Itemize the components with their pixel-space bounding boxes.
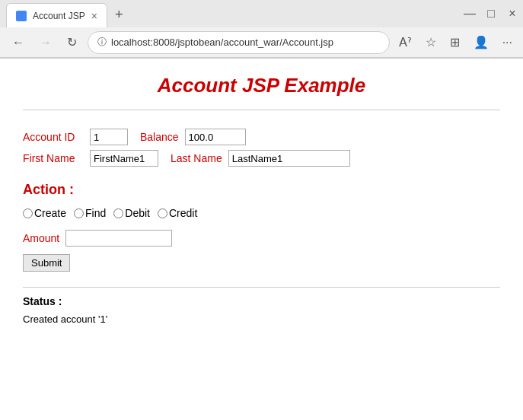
lastname-input[interactable] <box>228 150 350 167</box>
forward-button[interactable]: → <box>35 33 56 52</box>
action-section: Action : Create Find Debit Credit Amount <box>23 182 500 272</box>
status-message: Created account '1' <box>23 313 500 325</box>
account-id-label: Account ID <box>23 131 84 143</box>
page-content: Account JSP Example Account ID Balance F… <box>0 59 523 420</box>
browser-chrome: Account JSP × + — □ × ← → ↻ ⓘ localhost:… <box>0 0 523 59</box>
name-row: First Name Last Name <box>23 150 500 167</box>
firstname-label: First Name <box>23 152 84 164</box>
favorites-button[interactable]: ☆ <box>423 32 439 52</box>
radio-create[interactable]: Create <box>23 207 66 219</box>
radio-find-input[interactable] <box>74 208 84 218</box>
collections-button[interactable]: ⊞ <box>447 32 463 52</box>
amount-row: Amount <box>23 230 500 247</box>
radio-debit-label: Debit <box>125 207 150 219</box>
address-bar[interactable]: ⓘ localhost:8008/jsptobean/account_war/A… <box>88 31 390 54</box>
firstname-input[interactable] <box>90 150 158 167</box>
amount-label: Amount <box>23 232 59 244</box>
tab-bar: Account JSP × + — □ × <box>0 0 523 27</box>
page-title: Account JSP Example <box>23 74 500 97</box>
balance-input[interactable] <box>185 129 246 145</box>
radio-credit-input[interactable] <box>158 208 167 218</box>
action-heading: Action : <box>23 182 500 198</box>
nav-actions: 𝖠ˀ ☆ ⊞ 👤 ··· <box>396 32 515 52</box>
more-options-button[interactable]: ··· <box>499 32 515 52</box>
balance-label: Balance <box>140 131 179 143</box>
browser-tab[interactable]: Account JSP × <box>6 3 107 27</box>
action-radio-group: Create Find Debit Credit <box>23 207 500 219</box>
header-divider <box>23 110 500 110</box>
maximize-button[interactable]: □ <box>486 9 496 18</box>
account-form-section: Account ID Balance First Name Last Name <box>23 129 500 167</box>
status-heading: Status : <box>23 295 500 307</box>
radio-credit[interactable]: Credit <box>158 207 197 219</box>
minimize-button[interactable]: — <box>465 9 474 18</box>
radio-find[interactable]: Find <box>74 207 106 219</box>
tab-close-button[interactable]: × <box>91 10 97 22</box>
tab-icon <box>16 11 27 21</box>
radio-debit-input[interactable] <box>113 208 123 218</box>
radio-find-label: Find <box>85 207 106 219</box>
reader-mode-button[interactable]: 𝖠ˀ <box>396 32 415 52</box>
radio-create-label: Create <box>34 207 66 219</box>
radio-create-input[interactable] <box>23 208 33 218</box>
account-id-row: Account ID Balance <box>23 129 500 145</box>
bottom-divider <box>23 287 500 288</box>
profile-button[interactable]: 👤 <box>470 32 492 52</box>
tab-title: Account JSP <box>33 11 85 21</box>
radio-credit-label: Credit <box>169 207 197 219</box>
account-id-input[interactable] <box>90 129 128 145</box>
back-button[interactable]: ← <box>8 33 29 52</box>
url-text: localhost:8008/jsptobean/account_war/Acc… <box>111 37 380 48</box>
status-section: Status : Created account '1' <box>23 295 500 325</box>
nav-bar: ← → ↻ ⓘ localhost:8008/jsptobean/account… <box>0 27 523 58</box>
amount-input[interactable] <box>65 230 172 247</box>
new-tab-button[interactable]: + <box>110 7 128 23</box>
radio-debit[interactable]: Debit <box>113 207 150 219</box>
refresh-button[interactable]: ↻ <box>62 32 81 52</box>
close-button[interactable]: × <box>508 9 517 18</box>
lock-icon: ⓘ <box>97 36 107 49</box>
window-controls: — □ × <box>465 9 517 18</box>
lastname-label: Last Name <box>171 152 222 164</box>
submit-button[interactable]: Submit <box>23 254 70 272</box>
